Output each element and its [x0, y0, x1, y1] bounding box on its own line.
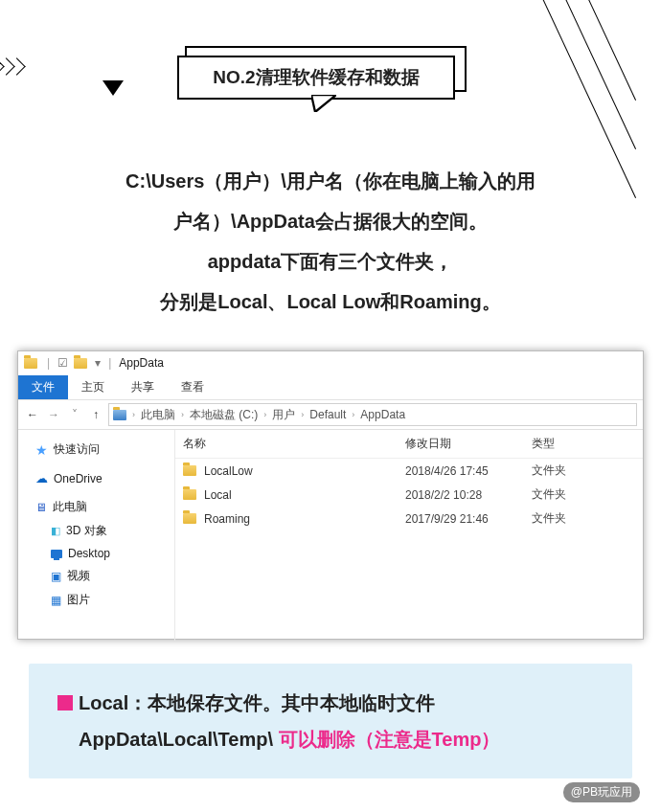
sidebar-item-label: 图片: [67, 592, 90, 608]
intro-line: 户名）\AppData会占据很大的空间。: [0, 201, 661, 241]
address-toolbar: ← → ˅ ↑ › 此电脑 › 本地磁盘 (C:) › 用户 › Default…: [18, 399, 643, 430]
tab-share[interactable]: 共享: [118, 375, 168, 399]
pictures-icon: ▦: [51, 594, 61, 607]
tab-view[interactable]: 查看: [168, 375, 217, 399]
crumb-drive[interactable]: 本地磁盘 (C:): [188, 407, 260, 423]
sidebar-item-label: 快速访问: [54, 441, 100, 458]
down-triangle-icon: [103, 80, 124, 96]
file-type: 文件夹: [532, 510, 643, 527]
chevron-right-icon: ›: [299, 410, 306, 419]
sidebar-item-label: 此电脑: [53, 499, 87, 515]
file-name: LocalLow: [204, 464, 253, 478]
sidebar-item-label: OneDrive: [54, 472, 103, 485]
file-type: 文件夹: [532, 486, 643, 503]
sidebar-item-desktop[interactable]: Desktop: [22, 543, 171, 564]
file-name: Local: [204, 488, 232, 502]
sidebar-item-label: Desktop: [68, 547, 110, 560]
sidebar-item-videos[interactable]: ▣ 视频: [22, 564, 171, 588]
chevron-right-icon: ›: [179, 410, 186, 419]
desktop-icon: [51, 550, 62, 558]
pc-icon: 🖥: [35, 501, 47, 514]
sidebar-item-3d[interactable]: ◧ 3D 对象: [22, 519, 171, 543]
nav-back-icon[interactable]: ←: [24, 406, 41, 423]
explorer-content: 名称 修改日期 类型 LocalLow 2018/4/26 17:45 文件夹 …: [175, 430, 643, 641]
speech-tail-icon: [311, 95, 336, 112]
crumb-users[interactable]: 用户: [270, 407, 297, 423]
intro-line: appdata下面有三个文件夹，: [0, 241, 661, 282]
decor-chevrons: [0, 59, 21, 77]
pc-icon: [113, 410, 126, 420]
folder-icon: [183, 465, 196, 476]
nav-up-icon[interactable]: ↑: [87, 406, 104, 423]
file-date: 2018/2/2 10:28: [405, 488, 532, 502]
nav-history-icon[interactable]: ˅: [66, 406, 83, 423]
star-icon: ★: [35, 442, 48, 458]
titlebar-overflow-icon[interactable]: ▾: [95, 356, 101, 370]
file-name: Roaming: [204, 512, 250, 526]
ribbon-tabs: 文件 主页 共享 查看: [18, 374, 643, 399]
folder-icon: [24, 358, 37, 369]
note-lead: Local：: [79, 692, 148, 713]
table-row[interactable]: Roaming 2017/9/29 21:46 文件夹: [175, 507, 643, 530]
crumb-default[interactable]: Default: [308, 408, 348, 421]
window-titlebar[interactable]: | ☑ ▾ | AppData: [18, 351, 643, 374]
column-name[interactable]: 名称: [183, 436, 405, 452]
bullet-square-icon: [57, 695, 73, 710]
note-box: Local：本地保存文件。其中本地临时文件 AppData\Local\Temp…: [29, 664, 632, 778]
tab-home[interactable]: 主页: [68, 375, 118, 399]
intro-text: C:\Users（用户）\用户名（你在电脑上输入的用 户名）\AppData会占…: [0, 161, 661, 322]
chevron-right-icon: ›: [350, 410, 356, 419]
intro-line: C:\Users（用户）\用户名（你在电脑上输入的用: [0, 161, 661, 201]
sidebar-item-onedrive[interactable]: ☁ OneDrive: [22, 467, 171, 489]
nav-forward-icon[interactable]: →: [45, 406, 62, 423]
section-title: NO.2清理软件缓存和数据: [177, 56, 455, 100]
table-row[interactable]: LocalLow 2018/4/26 17:45 文件夹: [175, 459, 643, 483]
column-date[interactable]: 修改日期: [405, 436, 532, 452]
file-type: 文件夹: [532, 462, 643, 479]
tab-file[interactable]: 文件: [18, 375, 68, 399]
folder-icon: [183, 513, 196, 524]
video-icon: ▣: [51, 570, 61, 583]
svg-marker-0: [311, 95, 336, 112]
folder-icon: [74, 358, 87, 369]
column-type[interactable]: 类型: [532, 436, 643, 452]
cloud-icon: ☁: [35, 471, 48, 485]
titlebar-check-icon: ☑: [57, 356, 68, 370]
note-body: 本地保存文件。其中本地临时文件: [148, 692, 435, 713]
titlebar-separator: |: [47, 356, 50, 370]
watermark: @PB玩应用: [563, 782, 640, 802]
crumb-appdata[interactable]: AppData: [358, 408, 407, 421]
sidebar-item-label: 视频: [67, 568, 90, 584]
address-bar[interactable]: › 此电脑 › 本地磁盘 (C:) › 用户 › Default › AppDa…: [108, 403, 637, 426]
section-title-text: NO.2清理软件缓存和数据: [177, 56, 455, 100]
chevron-right-icon: ›: [130, 410, 137, 419]
crumb-thispc[interactable]: 此电脑: [139, 407, 177, 423]
titlebar-separator: |: [108, 356, 111, 370]
note-highlight: 可以删除（注意是Temp）: [279, 729, 501, 750]
intro-line: 分别是Local、Local Low和Roaming。: [0, 282, 661, 322]
decor-diagonal-lines: [479, 0, 661, 147]
chevron-right-icon: ›: [262, 410, 268, 419]
folder-icon: [183, 489, 196, 500]
cube-icon: ◧: [51, 525, 60, 537]
file-explorer-window: | ☑ ▾ | AppData 文件 主页 共享 查看 ← → ˅ ↑ › 此电…: [17, 350, 644, 640]
explorer-sidebar: ★ 快速访问 ☁ OneDrive 🖥 此电脑 ◧ 3D 对象: [18, 430, 175, 641]
sidebar-item-pictures[interactable]: ▦ 图片: [22, 588, 171, 612]
note-path: AppData\Local\Temp\: [79, 729, 279, 750]
column-headers: 名称 修改日期 类型: [175, 430, 643, 459]
window-title: AppData: [119, 356, 164, 370]
file-date: 2018/4/26 17:45: [405, 464, 532, 478]
sidebar-item-thispc[interactable]: 🖥 此电脑: [22, 495, 171, 519]
table-row[interactable]: Local 2018/2/2 10:28 文件夹: [175, 483, 643, 507]
file-date: 2017/9/29 21:46: [405, 512, 532, 526]
sidebar-item-quick-access[interactable]: ★ 快速访问: [22, 438, 171, 462]
sidebar-item-label: 3D 对象: [66, 523, 107, 539]
